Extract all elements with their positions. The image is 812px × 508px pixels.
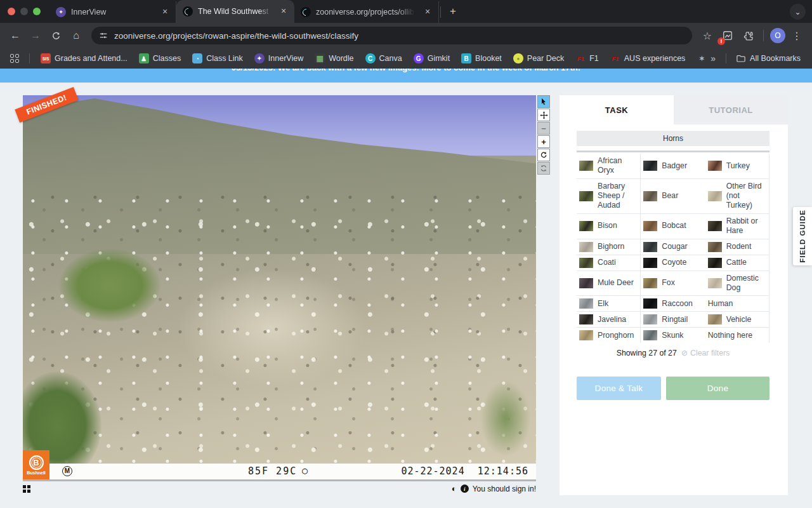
subject-grid-icon[interactable]	[23, 485, 30, 493]
bookmark-label: Classes	[153, 54, 181, 63]
done-and-talk-button[interactable]: Done & Talk	[577, 377, 661, 400]
bookmark-item[interactable]: ♟ Classes	[133, 51, 187, 66]
filter-status-row: Showing 27 of 27 ⊘ Clear filters	[577, 349, 769, 358]
bookmark-label: F1	[589, 54, 599, 63]
site-settings-icon[interactable]	[99, 31, 108, 40]
bookmark-item[interactable]: F1 AUS experiences	[605, 51, 691, 66]
field-guide-tab[interactable]: FIELD GUIDE	[793, 207, 812, 265]
rotate-button[interactable]	[537, 149, 550, 161]
choice-item[interactable]: Mule Deer	[577, 271, 641, 297]
tab-divider	[440, 6, 441, 18]
choice-item[interactable]: Rabbit or Hare	[705, 214, 769, 239]
bookmarks-overflow-icon[interactable]: »	[705, 53, 721, 64]
choice-item[interactable]: Bear	[641, 179, 705, 214]
question-underline	[577, 150, 769, 152]
invert-colors-icon[interactable]: ◐	[452, 484, 457, 493]
choice-label: Cattle	[726, 258, 747, 267]
fullscreen-window-button[interactable]	[33, 8, 41, 15]
zoom-in-button[interactable]: +	[537, 135, 550, 148]
address-bar[interactable]: zooniverse.org/projects/rowan-aspire/the…	[91, 27, 692, 44]
choice-label: Rodent	[726, 242, 752, 251]
tab-task[interactable]: TASK	[560, 95, 674, 124]
reload-icon[interactable]	[47, 27, 65, 44]
choice-item[interactable]: Skunk	[641, 328, 705, 343]
bookmark-star-icon[interactable]: ☆	[698, 27, 716, 44]
home-icon[interactable]: ⌂	[67, 27, 85, 44]
bookmark-label: Grades and Attend...	[55, 54, 128, 63]
info-icon[interactable]: i	[461, 485, 469, 493]
choice-item[interactable]: Coyote	[641, 255, 705, 271]
bookmark-item[interactable]: ● Pear Deck	[508, 51, 570, 66]
choice-item[interactable]: Ringtail	[641, 312, 705, 328]
pan-tool-button[interactable]	[537, 109, 550, 121]
choice-item[interactable]: Rodent	[705, 239, 769, 255]
choice-item[interactable]: Domestic Dog	[705, 271, 769, 297]
choice-item[interactable]: Cougar	[641, 239, 705, 255]
all-bookmarks-button[interactable]: All Bookmarks	[731, 54, 806, 63]
back-icon[interactable]: ←	[6, 27, 24, 44]
zoom-out-button[interactable]: −	[537, 122, 550, 135]
choice-item[interactable]: Turkey	[705, 154, 769, 179]
bookmark-item[interactable]: G Gimkit	[408, 51, 455, 66]
bookmark-item[interactable]: ◔ Class Link	[187, 51, 249, 66]
bookmark-item[interactable]: F1 F1	[570, 51, 605, 66]
browser-menu-icon[interactable]: ⋮	[788, 27, 806, 44]
choice-item[interactable]: Badger	[641, 154, 705, 179]
choice-item[interactable]: Cattle	[705, 255, 769, 271]
choice-item[interactable]: Human	[705, 296, 769, 312]
choice-item[interactable]: Fox	[641, 271, 705, 297]
choice-item[interactable]: Nothing here	[705, 328, 769, 343]
choice-item[interactable]: Coati	[577, 255, 641, 271]
choice-thumbnail	[579, 221, 593, 231]
bookmark-item[interactable]: ▦ Wordle	[309, 51, 359, 66]
choice-item[interactable]: Raccoon	[641, 296, 705, 312]
choice-item[interactable]: Javelina	[577, 312, 641, 328]
tab-innerview[interactable]: ✦ InnerView ×	[49, 1, 176, 23]
tab-wild-southwest[interactable]: The Wild Southwest » Classif ×	[176, 0, 294, 23]
bookmark-label: InnerView	[268, 54, 303, 63]
close-tab-icon[interactable]: ×	[278, 6, 289, 17]
viewer-toolbar: − +	[537, 95, 550, 175]
choice-item[interactable]: Pronghorn	[577, 328, 641, 343]
reset-view-button[interactable]	[537, 162, 550, 175]
choice-label: Badger	[662, 161, 687, 171]
tab-zooniverse-project[interactable]: zooniverse.org/projects/ollibr ×	[294, 1, 439, 23]
choice-item[interactable]: Bobcat	[641, 214, 705, 239]
pointer-tool-button[interactable]	[537, 95, 550, 108]
extension-icon[interactable]: !	[719, 27, 737, 44]
bookmark-item[interactable]: SIS Grades and Attend...	[35, 51, 133, 66]
choice-item[interactable]: African Oryx	[577, 154, 641, 179]
bookmark-item[interactable]: C Canva	[360, 51, 408, 66]
tab-tutorial[interactable]: TUTORIAL	[674, 95, 788, 124]
toolbar-divider	[763, 30, 764, 41]
choice-label: Cougar	[662, 242, 687, 251]
choice-thumbnail	[643, 221, 657, 231]
done-button[interactable]: Done	[666, 377, 769, 400]
close-tab-icon[interactable]: ×	[422, 6, 433, 18]
choice-label: Fox	[662, 278, 675, 288]
choice-item[interactable]: Other Bird (not Turkey)	[705, 179, 769, 214]
minimize-window-button[interactable]	[20, 8, 28, 15]
tab-search-button[interactable]: ⌄	[790, 4, 806, 20]
new-tab-button[interactable]: +	[445, 3, 461, 20]
bookmark-item[interactable]: ✦ InnerView	[249, 51, 309, 66]
camera-trap-photo[interactable]: M 85F 29C ○ 02-22-2024 12:14:56 B Bushne…	[23, 95, 536, 479]
innerview-favicon: ✦	[56, 7, 66, 17]
clear-filters-icon: ⊘	[681, 349, 688, 358]
extensions-puzzle-icon[interactable]	[739, 27, 757, 44]
clear-filters-link[interactable]: ⊘ Clear filters	[681, 349, 730, 358]
close-window-button[interactable]	[8, 8, 15, 15]
apps-grid-icon[interactable]	[10, 54, 19, 63]
choice-item[interactable]: Elk	[577, 296, 641, 312]
bookmark-item[interactable]: B Blooket	[455, 51, 508, 66]
profile-avatar[interactable]: O	[770, 28, 785, 43]
bookmark-item[interactable]: ✶ Air Force	[691, 51, 705, 66]
bookmark-label: Wordle	[329, 54, 353, 63]
choice-item[interactable]: Bighorn	[577, 239, 641, 255]
choice-item[interactable]: Vehicle	[705, 312, 769, 328]
close-tab-icon[interactable]: ×	[159, 6, 171, 18]
choice-item[interactable]: Bison	[577, 214, 641, 239]
choice-item[interactable]: Barbary Sheep / Audad	[577, 179, 641, 214]
choice-label: Vehicle	[726, 315, 752, 324]
forward-icon[interactable]: →	[27, 27, 44, 44]
